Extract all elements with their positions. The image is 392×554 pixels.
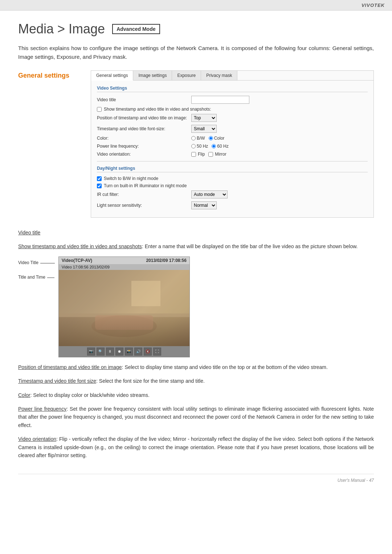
toolbar-record-icon[interactable]: ⏺	[115, 348, 123, 356]
font-size-desc-item: Timestamp and video title font size: Sel…	[18, 377, 374, 385]
color-row: Color: B/W Color	[97, 136, 368, 141]
font-size-row: Timestamp and video title font-size: Sma…	[97, 125, 368, 133]
power-50-radio[interactable]	[191, 144, 196, 148]
video-toolbar: 📷 🔍 ⏸ ⏺ 📸 🔊 🔇 ⛶	[59, 346, 189, 357]
power-line-desc-item: Power line frequency: Set the power line…	[18, 405, 374, 429]
position-desc-term: Position of timestamp and video title on…	[18, 364, 122, 370]
settings-panel: General settings Image settings Exposure…	[91, 70, 374, 218]
light-sensor-row: Light sensor sensitivity: Normal High Lo…	[97, 201, 368, 209]
ir-cut-select[interactable]: Auto mode Day mode Night mode	[191, 190, 228, 198]
tab-general-settings[interactable]: General settings	[91, 71, 133, 81]
color-color-item: Color	[209, 136, 225, 141]
ir-illuminator-checkbox[interactable]	[97, 184, 102, 188]
show-timestamp-desc-item: Show timestamp and video title in video …	[18, 242, 374, 250]
flip-checkbox[interactable]	[191, 152, 196, 157]
position-desc-item: Position of timestamp and video title on…	[18, 363, 374, 371]
title-time-line-label: Title and Time	[18, 275, 45, 280]
power-60-label: 60 Hz	[217, 144, 228, 149]
orientation-row: Video orientation: Flip Mirror	[97, 152, 368, 157]
power-60-item: 60 Hz	[212, 144, 228, 149]
ir-cut-label: IR cut filter:	[97, 192, 191, 197]
day-night-divider	[97, 161, 368, 161]
video-box: Video(TCP-AV) 2013/02/09 17:08:56 Video …	[58, 257, 190, 357]
orientation-desc-term: Video orientation	[18, 436, 56, 442]
light-sensor-select[interactable]: Normal High Low	[191, 201, 217, 209]
svg-rect-4	[131, 281, 160, 306]
show-timestamp-desc-term: Show timestamp and video title in video …	[18, 243, 142, 249]
power-line-desc-term: Power line frequency	[18, 406, 66, 412]
advanced-mode-badge[interactable]: Advanced Mode	[112, 24, 160, 34]
color-radio-group: B/W Color	[191, 136, 224, 141]
desc-section: Video title Show timestamp and video tit…	[18, 229, 374, 459]
power-50-label: 50 Hz	[197, 144, 208, 149]
toolbar-pause-icon[interactable]: ⏸	[106, 348, 114, 356]
tab-image-settings[interactable]: Image settings	[133, 71, 172, 80]
svg-rect-1	[59, 270, 189, 317]
show-timestamp-label: Show timestamp and video title in video …	[104, 107, 211, 112]
color-bw-radio[interactable]	[191, 136, 196, 140]
mirror-checkbox[interactable]	[208, 152, 213, 157]
font-size-desc-term: Timestamp and video title font size	[18, 378, 96, 384]
font-size-label: Timestamp and video title font-size:	[97, 126, 191, 131]
settings-layout: General settings General settings Image …	[18, 70, 374, 218]
room-scene-svg	[59, 270, 189, 346]
tab-privacy-mask[interactable]: Privacy mask	[201, 71, 237, 80]
svg-rect-0	[59, 313, 189, 346]
position-select[interactable]: Top Bottom	[191, 114, 217, 122]
color-desc-term: Color	[18, 392, 30, 398]
flip-label: Flip	[198, 152, 205, 157]
video-title-desc-term: Video title	[18, 230, 40, 235]
top-bar: VIVOTEK	[0, 0, 392, 11]
brand-logo: VIVOTEK	[362, 3, 385, 8]
show-timestamp-row: Show timestamp and video title in video …	[97, 107, 368, 112]
font-size-desc-text: : Select the font size for the time stam…	[96, 378, 205, 384]
svg-rect-3	[95, 315, 153, 330]
toolbar-fullscreen-icon[interactable]: ⛶	[153, 348, 161, 356]
video-image-area	[59, 270, 189, 346]
color-color-label: Color	[214, 136, 225, 141]
video-title-bar-right: 2013/02/09 17:08:56	[146, 258, 186, 263]
video-title-bar: Video(TCP-AV) 2013/02/09 17:08:56	[59, 257, 189, 264]
tab-exposure[interactable]: Exposure	[172, 71, 201, 80]
ir-cut-row: IR cut filter: Auto mode Day mode Night …	[97, 190, 368, 198]
video-sub-bar: Video 17:08:56 2013/02/09	[59, 264, 189, 270]
color-bw-item: B/W	[191, 136, 205, 141]
show-timestamp-checkbox[interactable]	[97, 107, 102, 112]
power-line-radio-group: 50 Hz 60 Hz	[191, 144, 229, 149]
video-title-row: Video title	[97, 96, 368, 104]
page-title: Media > Image	[18, 21, 105, 37]
power-60-radio[interactable]	[212, 144, 216, 148]
video-title-line-label: Video Title	[18, 260, 38, 265]
day-night-title: Day/Night settings	[97, 166, 368, 172]
switch-bw-label: Switch to B/W in night mode	[104, 176, 158, 181]
orientation-desc-item: Video orientation: Flip - vertically ref…	[18, 435, 374, 459]
tab-bar: General settings Image settings Exposure…	[91, 71, 373, 81]
ir-illuminator-label: Turn on built-in IR illuminator in night…	[104, 183, 187, 188]
switch-bw-row: Switch to B/W in night mode	[97, 176, 368, 181]
toolbar-speaker-icon[interactable]: 🔊	[134, 348, 142, 356]
main-content: Media > Image Advanced Mode This section…	[0, 11, 392, 501]
show-timestamp-desc-text: : Enter a name that will be displayed on…	[142, 243, 358, 249]
color-desc-item: Color: Select to display color or black/…	[18, 391, 374, 399]
svg-point-2	[91, 315, 157, 337]
font-size-select[interactable]: Small Medium Large	[191, 125, 217, 133]
video-title-label: Video title	[97, 97, 191, 102]
toolbar-snap-icon[interactable]: 📸	[125, 348, 133, 356]
color-color-radio[interactable]	[209, 136, 213, 140]
color-desc-text: : Select to display color or black/white…	[30, 392, 149, 398]
switch-bw-checkbox[interactable]	[97, 176, 102, 181]
video-settings-title: Video Settings	[97, 86, 368, 92]
left-col: General settings	[18, 70, 80, 79]
general-settings-heading: General settings	[18, 72, 80, 79]
panel-body: Video Settings Video title Show timestam…	[91, 81, 373, 217]
toolbar-camera-icon[interactable]: 📷	[87, 348, 95, 356]
ir-illuminator-row: Turn on built-in IR illuminator in night…	[97, 183, 368, 188]
video-title-input[interactable]	[191, 96, 249, 104]
toolbar-mute-icon[interactable]: 🔇	[144, 348, 152, 356]
toolbar-zoom-icon[interactable]: 🔍	[97, 348, 105, 356]
power-line-desc-text: : Set the power line frequency consisten…	[18, 406, 374, 428]
video-title-label-item: Video Title	[18, 260, 55, 265]
video-preview-wrapper: Video Title Title and Time Video(TCP-AV)…	[18, 257, 374, 357]
video-labels: Video Title Title and Time	[18, 257, 55, 357]
flip-item: Flip	[191, 152, 205, 157]
